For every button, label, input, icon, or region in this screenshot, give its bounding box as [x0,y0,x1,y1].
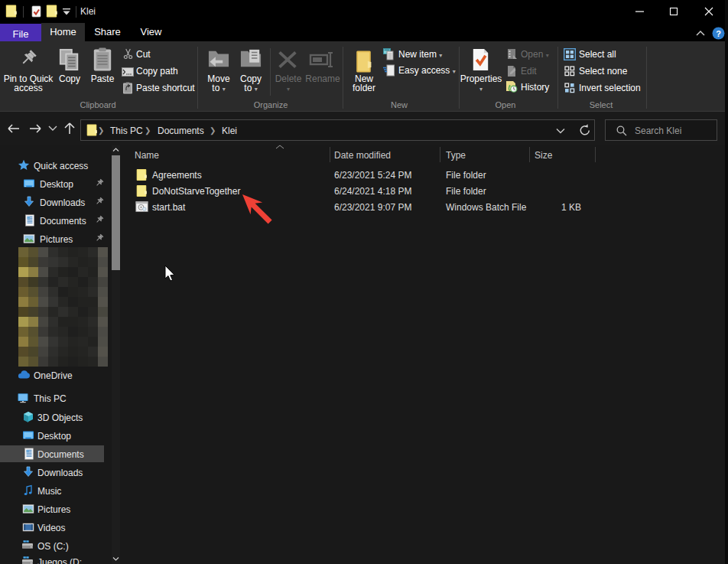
svg-text:?: ? [716,29,721,38]
